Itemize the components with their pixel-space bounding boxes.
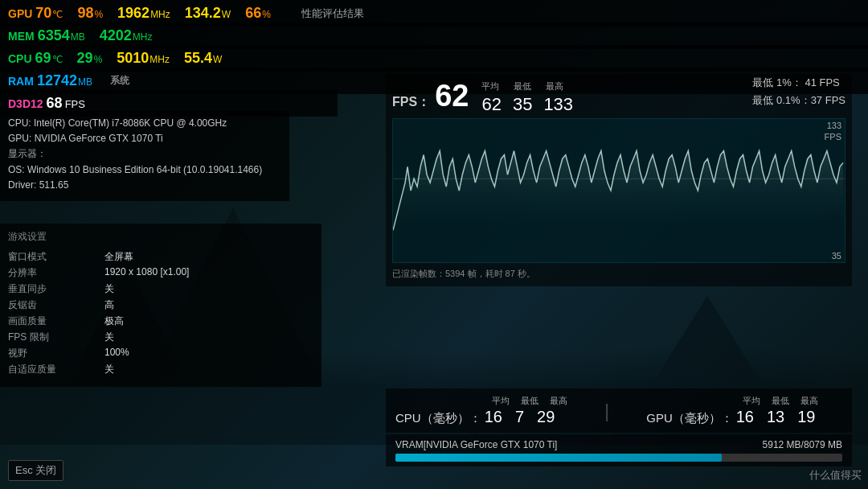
setting-val: 100% <box>104 347 313 360</box>
gpu-load-group: 98 % <box>77 5 103 22</box>
mem-label: MEM <box>8 30 35 43</box>
gpu-max-value: 19 <box>797 408 815 426</box>
sys-info-panel: CPU: Intel(R) Core(TM) i7-8086K CPU @ 4.… <box>0 111 289 201</box>
fps-1pct-line: 最低 1%： 41 FPS <box>752 74 845 92</box>
chart-fps-label: FPS <box>825 132 841 142</box>
cpu-power-value: 55.4 <box>184 50 212 67</box>
gpu-temp-value: 70 <box>35 5 51 22</box>
chart-min-label: 35 <box>832 251 841 261</box>
gpu-util-unit: % <box>262 9 271 20</box>
gpu-avg-value: 16 <box>736 408 754 426</box>
gpu-info-line: GPU: NVIDIA GeForce GTX 1070 Ti <box>8 131 281 146</box>
vram-label: VRAM[NVIDIA GeForce GTX 1070 Ti] <box>395 439 557 450</box>
gpu-min-value: 13 <box>767 408 784 426</box>
gpu-clock-unit: MHz <box>150 9 170 20</box>
cpu-load-group: 29 % <box>77 50 103 67</box>
cpu-min-header: 最低 <box>521 395 538 407</box>
mem-clock-group: 4202 MHz <box>100 27 153 44</box>
cpu-clock-unit: MHz <box>149 54 170 65</box>
cpu-label: CPU <box>8 52 32 65</box>
sys-label: 系统 <box>110 74 129 88</box>
mem-group: MEM 6354 MB <box>8 27 85 44</box>
vram-bar-fill <box>395 454 722 462</box>
d3d12-value: 68 <box>47 95 63 112</box>
gpu-timing-label: GPU（毫秒）： <box>646 411 733 426</box>
mem-value: 6354 <box>38 27 70 44</box>
gpu-load-value: 98 <box>77 5 93 22</box>
perf-label: 性能评估结果 <box>301 6 364 21</box>
vram-panel: VRAM[NVIDIA GeForce GTX 1070 Ti] 5912 MB… <box>386 434 852 466</box>
setting-val: 1920 x 1080 [x1.00] <box>104 266 313 280</box>
setting-val: 高 <box>104 298 313 312</box>
setting-row-fov: 视野 100% <box>8 347 313 360</box>
setting-key: 垂直同步 <box>8 282 104 296</box>
setting-row-adaptive: 自适应质量 关 <box>8 363 313 376</box>
gpu-temp-group: GPU 70 ℃ <box>8 5 63 22</box>
gpu-util-group: 66 % <box>245 5 271 22</box>
cpu-temp-value: 69 <box>35 50 51 67</box>
cpu-timing-label: CPU（毫秒）： <box>395 411 481 426</box>
cpu-power-group: 55.4 W <box>184 50 222 67</box>
timing-panel: 平均 最低 最高 CPU（毫秒）： 16 7 29 | 平均 <box>386 388 852 433</box>
ram-group: RAM 12742 MB <box>8 72 92 89</box>
game-settings-panel: 游戏设置 窗口模式 全屏幕 分辨率 1920 x 1080 [x1.00] 垂直… <box>0 224 321 387</box>
d3d12-label: D3D12 <box>8 97 43 110</box>
cpu-temp-group: CPU 69 ℃ <box>8 50 63 67</box>
gpu-power-value: 134.2 <box>185 5 221 22</box>
hud-overlay: GPU 70 ℃ 98 % 1962 MHz 134.2 W 66 % 性能评估… <box>0 0 868 489</box>
setting-key: 分辨率 <box>8 266 104 280</box>
gpu-power-unit: W <box>222 9 231 20</box>
os-info-line: OS: Windows 10 Business Edition 64-bit (… <box>8 162 281 178</box>
cpu-max-header: 最高 <box>550 395 567 407</box>
driver-info-line: Driver: 511.65 <box>8 178 281 193</box>
d3d12-unit: FPS <box>65 98 85 110</box>
cpu-max-value: 29 <box>537 408 555 426</box>
d3d12-group: D3D12 68 FPS <box>8 95 85 112</box>
cpu-clock-value: 5010 <box>117 50 149 67</box>
setting-val: 关 <box>104 282 313 296</box>
setting-key: 自适应质量 <box>8 363 104 376</box>
fps-avg-header: 平均 <box>481 80 499 92</box>
vram-value: 5912 MB/8079 MB <box>763 439 842 450</box>
esc-close-button[interactable]: Esc 关闭 <box>8 460 63 481</box>
setting-key: 画面质量 <box>8 314 104 328</box>
cpu-power-unit: W <box>213 54 222 65</box>
setting-row-aa: 反锯齿 高 <box>8 298 313 312</box>
gpu-util-value: 66 <box>245 5 261 22</box>
ram-value: 12742 <box>37 72 77 89</box>
gpu-timing-group: 平均 最低 最高 GPU（毫秒）： 16 13 19 <box>646 395 818 426</box>
mem-clock-unit: MHz <box>133 31 153 43</box>
display-header-line: 显示器： <box>8 146 281 162</box>
gpu-label: GPU <box>8 7 32 20</box>
chart-max-label: 133 <box>827 121 841 130</box>
ram-label: RAM <box>8 75 34 88</box>
cpu-timing-group: 平均 最低 最高 CPU（毫秒）： 16 7 29 <box>395 395 567 426</box>
cpu-avg-value: 16 <box>485 408 502 426</box>
cpu-temp-unit: ℃ <box>52 54 63 65</box>
vram-header: VRAM[NVIDIA GeForce GTX 1070 Ti] 5912 MB… <box>395 439 842 450</box>
fps-chart-svg <box>393 119 845 262</box>
cpu-avg-header: 平均 <box>492 395 510 407</box>
cpu-load-value: 29 <box>77 50 93 67</box>
setting-val: 极高 <box>104 314 313 328</box>
setting-key: 反锯齿 <box>8 298 104 312</box>
fps-max-value: 133 <box>543 94 573 115</box>
gpu-clock-value: 1962 <box>117 5 149 22</box>
gpu-clock-group: 1962 MHz <box>117 5 170 22</box>
mem-unit: MB <box>71 31 85 43</box>
setting-row-resolution: 分辨率 1920 x 1080 [x1.00] <box>8 266 313 280</box>
mem-clock-value: 4202 <box>100 27 132 44</box>
fps-min-header: 最低 <box>514 80 531 92</box>
setting-val: 关 <box>104 331 313 344</box>
cpu-load-unit: % <box>94 54 103 65</box>
setting-key: 窗口模式 <box>8 250 104 264</box>
fps-min-value: 35 <box>513 94 532 115</box>
gpu-max-header: 最高 <box>800 395 818 407</box>
gpu-min-header: 最低 <box>772 395 789 407</box>
timing-divider: | <box>604 400 609 422</box>
setting-row-window: 窗口模式 全屏幕 <box>8 250 313 264</box>
fps-avg-value: 62 <box>481 94 501 115</box>
ram-unit: MB <box>78 76 92 88</box>
gpu-load-unit: % <box>94 9 103 20</box>
cpu-info-line: CPU: Intel(R) Core(TM) i7-8086K CPU @ 4.… <box>8 116 281 131</box>
